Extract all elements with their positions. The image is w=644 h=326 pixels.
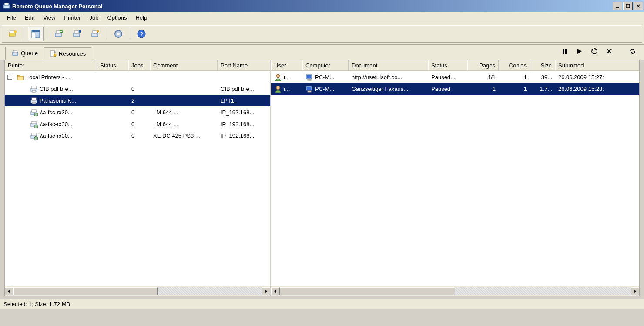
printer-port: IP_192.168...	[218, 133, 270, 139]
printer-name: CIB pdf bre...	[40, 86, 73, 92]
menu-file[interactable]: File	[3, 13, 20, 23]
col-user[interactable]: User	[271, 60, 302, 71]
window-title: Remote Queue Manager Personal	[12, 3, 612, 10]
job-pages: 1	[467, 86, 499, 92]
svg-point-46	[34, 113, 38, 116]
col-comment[interactable]: Comment	[150, 60, 218, 71]
job-copies: 1	[499, 86, 530, 92]
minimize-button[interactable]	[613, 2, 622, 10]
printer-hscroll[interactable]	[5, 286, 270, 296]
svg-rect-1	[4, 3, 9, 5]
col-document[interactable]: Document	[349, 60, 428, 71]
job-columns: User Computer Document Status Pages Copi…	[271, 60, 639, 71]
printer-comment: LM 644 ...	[150, 109, 218, 116]
svg-marker-63	[274, 289, 276, 293]
col-pages[interactable]: Pages	[467, 60, 499, 71]
job-size: 1.7...	[530, 86, 555, 92]
printer-jobs: 0	[128, 133, 150, 139]
printer-name: \\a-fsc-rx30...	[40, 109, 73, 116]
menu-view[interactable]: View	[39, 13, 60, 23]
tab-resources-label: Resources	[59, 50, 86, 57]
job-resume-button[interactable]	[574, 46, 586, 57]
svg-rect-40	[32, 90, 36, 92]
scroll-left-icon[interactable]	[271, 287, 280, 295]
tb-settings[interactable]	[111, 27, 126, 41]
scroll-right-icon[interactable]	[262, 287, 270, 295]
job-list[interactable]: r...PC-M...http://usefulsoft.co...Paused…	[271, 71, 639, 286]
tab-resources[interactable]: Resources	[44, 47, 91, 60]
jobs-panel: User Computer Document Status Pages Copi…	[271, 60, 639, 296]
svg-marker-54	[265, 289, 267, 293]
job-row[interactable]: r...PC-M...Ganzseitiger Faxaus...Paused1…	[271, 83, 639, 95]
tb-help[interactable]: ?	[134, 27, 149, 41]
tab-queue[interactable]: Queue	[5, 47, 44, 60]
user-icon	[274, 73, 282, 81]
job-cancel-button[interactable]	[603, 46, 615, 57]
svg-rect-51	[32, 133, 36, 136]
tb-printer-pause[interactable]	[69, 27, 85, 41]
tb-printer-check[interactable]	[51, 27, 67, 41]
col-port[interactable]: Port Name	[218, 60, 270, 71]
printer-group-row[interactable]: − Local Printers - ...	[5, 71, 270, 83]
menu-printer[interactable]: Printer	[60, 13, 85, 23]
job-controls	[559, 46, 639, 57]
printer-comment: XE DC 425 PS3 ...	[150, 133, 218, 139]
svg-rect-48	[32, 121, 36, 124]
svg-point-49	[34, 125, 38, 128]
svg-rect-2	[616, 7, 619, 8]
printer-row[interactable]: \\a-fsc-rx30...0LM 644 ...IP_192.168...	[5, 106, 270, 118]
menu-job[interactable]: Job	[85, 13, 103, 23]
printer-panel: Printer Status Jobs Comment Port Name − …	[5, 60, 271, 296]
printer-row[interactable]: \\a-fsc-rx30...0LM 644 ...IP_192.168...	[5, 118, 270, 130]
scroll-left-icon[interactable]	[5, 287, 13, 295]
menu-help[interactable]: Help	[131, 13, 151, 23]
tb-view-panels[interactable]	[28, 27, 44, 41]
col-status[interactable]: Status	[97, 60, 128, 71]
svg-rect-57	[307, 75, 311, 78]
svg-point-55	[276, 74, 280, 78]
statusbar: Selected: 1; Size: 1.72 MB	[0, 299, 644, 309]
menu-options[interactable]: Options	[103, 13, 131, 23]
job-row[interactable]: r...PC-M...http://usefulsoft.co...Paused…	[271, 71, 639, 83]
menu-edit[interactable]: Edit	[20, 13, 39, 23]
printer-jobs: 0	[128, 121, 150, 127]
job-size: 39...	[530, 74, 555, 80]
close-button[interactable]	[634, 2, 643, 10]
svg-point-22	[117, 33, 120, 35]
app-icon	[3, 2, 10, 10]
col-printer[interactable]: Printer	[5, 60, 97, 71]
tb-add-printer[interactable]	[5, 27, 20, 41]
printer-row[interactable]: \\a-fsc-rx30...0XE DC 425 PS3 ...IP_192.…	[5, 130, 270, 142]
svg-marker-64	[634, 289, 636, 293]
col-submitted[interactable]: Submitted	[555, 60, 639, 71]
tb-printer-add[interactable]	[87, 27, 103, 41]
job-submitted: 26.06.2009 15:28:	[555, 86, 639, 92]
scroll-right-icon[interactable]	[631, 287, 639, 295]
col-jstatus[interactable]: Status	[428, 60, 467, 71]
maximize-button[interactable]	[623, 2, 633, 10]
printer-columns: Printer Status Jobs Comment Port Name	[5, 60, 270, 71]
job-pause-button[interactable]	[559, 46, 571, 57]
jobs-hscroll[interactable]	[271, 286, 639, 296]
folder-icon	[17, 73, 24, 81]
col-copies[interactable]: Copies	[499, 60, 530, 71]
svg-rect-58	[308, 79, 311, 80]
job-copies: 1	[499, 74, 530, 80]
job-restart-button[interactable]	[588, 46, 600, 57]
svg-text:?: ?	[140, 31, 143, 37]
col-computer[interactable]: Computer	[302, 60, 349, 71]
printer-port: IP_192.168...	[218, 121, 270, 127]
job-computer: PC-M...	[315, 74, 334, 80]
svg-rect-62	[308, 91, 311, 92]
col-jobs[interactable]: Jobs	[128, 60, 150, 71]
svg-rect-43	[32, 102, 36, 104]
tree-collapse-icon[interactable]: −	[7, 75, 12, 80]
printer-row[interactable]: Panasonic K...2LPT1:	[5, 95, 270, 106]
printer-row[interactable]: CIB pdf bre...0CIB pdf bre...	[5, 83, 270, 95]
titlebar[interactable]: Remote Queue Manager Personal	[0, 0, 644, 12]
printer-comment: LM 644 ...	[150, 121, 218, 127]
job-refresh-button[interactable]	[627, 46, 639, 57]
col-size[interactable]: Size	[530, 60, 555, 71]
job-pages: 1/1	[467, 74, 499, 80]
printer-list[interactable]: − Local Printers - ... CIB pdf bre...0CI…	[5, 71, 270, 286]
